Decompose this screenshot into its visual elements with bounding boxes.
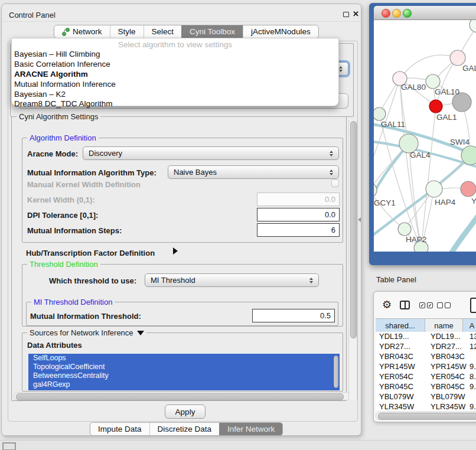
combo-spinner-icon [307, 278, 316, 283]
dropdown-item[interactable]: Mutual Information Inference [14, 80, 116, 89]
gear-icon[interactable]: ⚙ [382, 299, 392, 310]
manual-kernel-checkbox[interactable] [331, 180, 339, 187]
network-window-titlebar[interactable] [374, 6, 476, 20]
attribute-item[interactable]: TopologicalCoefficient [28, 363, 340, 371]
table-row[interactable]: YDL19...YDL19...13 [376, 332, 476, 342]
control-panel-title: Control Panel [9, 11, 56, 19]
edge [421, 106, 436, 248]
column-header-name[interactable]: name [425, 319, 463, 332]
table-row[interactable]: YER054CYER054C8. [376, 372, 476, 382]
sources-collapse-icon[interactable] [137, 331, 144, 335]
node-label: GAL1 [436, 113, 457, 122]
document-icon[interactable] [470, 298, 476, 313]
table-row[interactable]: YBL079WYBL079W [376, 392, 476, 402]
deselect-all-checkbox-icon[interactable] [445, 302, 451, 308]
tab-impute-data[interactable]: Impute Data [90, 423, 149, 435]
settings-hscrollbar-thumb[interactable] [16, 393, 344, 400]
network-icon [62, 28, 70, 35]
close-traffic-light-icon[interactable] [382, 9, 390, 18]
column-header-shared[interactable]: shared... [376, 319, 425, 332]
node-gal11[interactable] [374, 107, 386, 120]
which-threshold-combo[interactable]: MI Threshold [145, 273, 319, 287]
table-hscrollbar-thumb[interactable] [378, 413, 476, 420]
node-label: GAL80 [401, 83, 426, 92]
dropdown-item[interactable]: Dream8 DC_TDC Algorithm [14, 99, 113, 108]
aracne-mode-combo[interactable]: Discovery [83, 146, 339, 160]
dropdown-item[interactable]: Bayesian – Hill Climbing [14, 50, 100, 58]
control-panel-window: Control Panel ✕ Network Style Select Cyn… [1, 4, 361, 436]
node-gcy1[interactable] [374, 182, 377, 198]
dpi-tolerance-field[interactable]: 0.0 [257, 208, 340, 221]
minimize-traffic-light-icon[interactable] [392, 9, 401, 18]
node-swi4[interactable] [461, 146, 476, 165]
table-row[interactable]: YDR27...YDR27...12 [376, 342, 476, 352]
table-row[interactable]: YLR345WYLR345W9. [376, 402, 476, 410]
deselect-all-checkbox-icon[interactable] [437, 302, 443, 308]
control-panel-tabbar: Network Style Select Cyni Toolbox jActiv… [54, 25, 319, 38]
tab-cyni-toolbox[interactable]: Cyni Toolbox [181, 25, 243, 38]
mi-steps-label: Mutual Information Steps: [27, 226, 122, 235]
table-row[interactable]: YPR145WYPR145W9. [376, 362, 476, 372]
dropdown-placeholder: Select algorithm to view settings [12, 40, 338, 49]
tab-jactivemnodules[interactable]: jActiveMNodules [243, 25, 318, 38]
settings-vscrollbar-thumb[interactable] [350, 121, 357, 338]
dropdown-item[interactable]: Basic Correlation Inference [14, 60, 110, 69]
dropdown-item-selected[interactable]: ARACNE Algorithm [14, 70, 88, 79]
settings-vscrollbar-track[interactable] [348, 120, 357, 400]
table-panel-title: Table Panel [376, 275, 416, 284]
tab-select[interactable]: Select [144, 25, 182, 38]
dropdown-item[interactable]: Bayesian – K2 [14, 90, 66, 99]
node-label: GAL4 [410, 151, 431, 159]
hub-expand-icon[interactable] [173, 247, 178, 255]
columns-icon[interactable] [400, 301, 410, 309]
tab-style[interactable]: Style [110, 25, 144, 38]
tab-infer-network[interactable]: Infer Network [219, 423, 282, 435]
tab-impute-data-label: Impute Data [98, 425, 142, 433]
zoom-traffic-light-icon[interactable] [403, 9, 412, 18]
select-all-checkbox-icon[interactable]: ✓ [419, 302, 425, 308]
node-hap4[interactable] [426, 181, 442, 197]
column-header-3[interactable]: A [463, 319, 476, 332]
screen: Control Panel ✕ Network Style Select Cyn… [0, 0, 476, 450]
mi-threshold-field[interactable]: 0.5 [252, 309, 335, 322]
edge [400, 55, 458, 79]
mi-type-combo[interactable]: Naive Bayes [168, 165, 339, 179]
mi-threshold-group-title: MI Threshold Definition [31, 298, 115, 306]
node-label: HAP4 [435, 198, 456, 207]
bottom-strip [0, 440, 476, 450]
table-row[interactable]: YBR043CYBR043C [376, 352, 476, 362]
close-icon[interactable]: ✕ [353, 9, 359, 18]
network-canvas[interactable]: GAL80 GAL10 GAL1 GAL11 GAL4 SWI4 HAP4 HA… [374, 20, 476, 252]
dpi-tolerance-label: DPI Tolerance [0,1]: [27, 211, 98, 220]
node-hap2[interactable] [398, 223, 411, 236]
node[interactable] [470, 20, 476, 32]
node-gal1-red[interactable] [429, 100, 442, 113]
bottom-left-widget[interactable] [2, 442, 16, 450]
mi-steps-field[interactable]: 6 [257, 223, 340, 237]
tab-style-label: Style [118, 27, 136, 36]
tab-network[interactable]: Network [54, 25, 110, 38]
panel-divider-handle[interactable] [358, 217, 361, 222]
mi-type-label: Mutual Information Algorithm Type: [27, 168, 157, 177]
settings-hscrollbar-track[interactable] [14, 392, 351, 400]
node-pink[interactable] [461, 181, 476, 197]
kernel-width-field[interactable]: 0.0 [257, 193, 340, 206]
select-all-checkbox-icon[interactable]: ✓ [427, 302, 433, 308]
attribute-list-scrollbar[interactable] [334, 356, 338, 388]
apply-button[interactable]: Apply [165, 405, 206, 419]
kernel-width-label: Kernel Width (0,1): [27, 195, 95, 204]
aracne-mode-label: Aracne Mode: [27, 149, 78, 158]
table-panel-window: ⚙ ✓ ✓ shared... name A YDL19...YDL19...1… [373, 291, 476, 422]
attribute-item[interactable]: SelfLoops [28, 354, 340, 363]
node-gal10[interactable] [426, 74, 440, 89]
float-window-icon[interactable] [343, 12, 349, 17]
algorithm-definition-title: Algorithm Definition [27, 133, 99, 142]
attribute-item[interactable]: gal4RGexp [28, 380, 340, 389]
tab-discretize-data[interactable]: Discretize Data [149, 423, 220, 435]
network-graph: GAL80 GAL10 GAL1 GAL11 GAL4 SWI4 HAP4 HA… [374, 20, 476, 252]
combo-spinner-icon [327, 169, 336, 175]
table-row[interactable]: YBR045CYBR045C9. [376, 382, 476, 392]
attribute-item[interactable]: BetweennessCentrality [28, 371, 340, 380]
table-hscrollbar-track[interactable] [376, 412, 476, 420]
sources-group-title-wrap: Sources for Network Inference [27, 328, 146, 337]
